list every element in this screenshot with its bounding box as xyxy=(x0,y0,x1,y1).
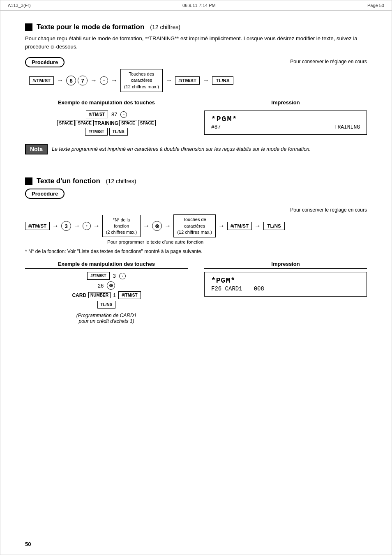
s2-arrow1 xyxy=(52,222,59,230)
section2-programmer-label: Pour programmer le texte d'une autre fon… xyxy=(107,240,367,244)
s2-ex-row4: TL/NS xyxy=(97,301,116,309)
s2-number-key: NUMBER xyxy=(88,292,111,298)
section1-intro: Pour chaque reçu établi sur le mode de f… xyxy=(25,35,367,51)
section1-title-suffix: (12 chiffres) xyxy=(150,24,180,30)
circle-dot-1: · xyxy=(100,76,108,85)
s2-circle-x: ⊗ xyxy=(152,221,162,231)
arrow3 xyxy=(111,77,118,84)
section2-steps: #/TM/ST 3 · 26 ⊗ CARD NUMBER 1 #/TM/ xyxy=(25,272,188,309)
section2-footnote: * N° de la fonction: Voir "Liste des tex… xyxy=(25,249,367,254)
key-space-1: SPACE xyxy=(57,120,75,126)
example-row-1: #/TM/ST 87 · xyxy=(86,111,127,118)
key-space-4: SPACE xyxy=(138,120,156,126)
section2-example: Exemple de manipulation des touches #/TM… xyxy=(25,261,367,324)
section2-flow: #/TM/ST 3 · *N° de lafonction(2 chiffres… xyxy=(25,214,367,237)
example-row-2: SPACE SPACE TRAINING SPACE SPACE xyxy=(57,120,156,126)
s2-ex-row1: #/TM/ST 3 · xyxy=(87,272,126,280)
section1-example-impression: Impression *PGM* #87 TRAINING xyxy=(204,99,367,135)
impression1-line1: *PGM* xyxy=(211,115,360,123)
touches-box-1: Touches descaractères(12 chiffres max.) xyxy=(120,69,163,92)
page: A113_3(Fr) 06.9.11 7:14 PM Page 50 Texte… xyxy=(0,0,392,555)
section1-example-steps: #/TM/ST 87 · SPACE SPACE TRAINING SPACE … xyxy=(25,111,188,136)
arrow5 xyxy=(203,77,209,84)
s2-dot-ex: · xyxy=(119,273,126,279)
section2-title-row: Texte d'un fonction (12 chiffres) xyxy=(25,177,367,185)
section2-title-suffix: (12 chiffres) xyxy=(106,178,136,184)
black-square-icon xyxy=(25,23,32,31)
key-tlns-ex1: TL/NS xyxy=(109,128,128,136)
main-content: Texte pour le mode de formation (12 chif… xyxy=(0,11,392,345)
s2-ex-row2: 26 ⊗ xyxy=(98,281,115,290)
nota-box: Nota Le texte programmé est imprimé en c… xyxy=(25,144,367,154)
section1-example: Exemple de manipulation des touches #/TM… xyxy=(25,99,367,136)
section2: Texte d'un fonction (12 chiffres) Procéd… xyxy=(25,177,367,324)
section2-diagram-wrapper: Pour conserver le réglage en cours #/TM/… xyxy=(25,207,367,244)
section2-example-keys: Exemple de manipulation des touches #/TM… xyxy=(25,261,188,324)
s2-key-tmst-ex: #/TM/ST xyxy=(87,272,109,280)
section1-example-title-left: Exemple de manipulation des touches xyxy=(25,99,188,107)
key-tlns-1: TL/NS xyxy=(212,76,233,85)
key-tmst-ex1: #/TM/ST xyxy=(86,111,108,118)
s2-num-1: 1 xyxy=(113,292,116,298)
s2-arrow2 xyxy=(74,222,80,230)
arrow2 xyxy=(90,77,97,84)
section2-procedure-bubble: Procédure xyxy=(25,189,65,199)
nota-text: Le texte programmé est imprimé en caract… xyxy=(52,144,311,153)
section1-title-row: Texte pour le mode de formation (12 chif… xyxy=(25,23,367,31)
key-space-2: SPACE xyxy=(76,120,94,126)
section2-example-impression: Impression *PGM* F26 CARD1 008 xyxy=(204,261,367,297)
black-square-icon-2 xyxy=(25,177,32,185)
header-center: 06.9.11 7:14 PM xyxy=(182,3,216,8)
divider xyxy=(25,167,367,167)
arrow1 xyxy=(57,77,63,84)
section2-title: Texte d'un fonction xyxy=(37,177,100,185)
circle-dot-ex1: · xyxy=(120,111,127,118)
s2-fonction-box: *N° de lafonction(2 chiffres max.) xyxy=(102,215,141,237)
section2-example-title-left: Exemple de manipulation des touches xyxy=(25,261,188,269)
s2-touches-box: Touches decaractères(12 chiffres max.) xyxy=(173,214,216,237)
s2-key-tmst: #/TM/ST xyxy=(227,222,252,230)
section1-title: Texte pour le mode de formation xyxy=(37,23,144,31)
arrow4 xyxy=(166,77,172,84)
impression1-line2: #87 TRAINING xyxy=(211,124,360,130)
key-tmst-s2: #/TM/ST xyxy=(25,222,50,230)
section1-impression-title: Impression xyxy=(204,99,367,107)
section2-impression-box: *PGM* F26 CARD1 008 xyxy=(204,272,367,297)
key-tmst-ex2: #/TM/ST xyxy=(85,128,107,136)
s2-arrow7 xyxy=(254,222,261,230)
s2-arrow4 xyxy=(143,222,150,230)
header-bar: A113_3(Fr) 06.9.11 7:14 PM Page 50 xyxy=(0,0,392,11)
training-text: TRAINING xyxy=(95,120,118,126)
section2-conserve-label: Pour conserver le réglage en cours xyxy=(290,207,367,213)
s2-ex-row3: CARD NUMBER 1 #/TM/ST xyxy=(72,291,141,299)
s2-num-26: 26 xyxy=(98,283,104,289)
s2-circle-dot: · xyxy=(83,222,91,230)
s2-imp-line2: F26 CARD1 008 xyxy=(211,286,360,292)
page-number: 50 xyxy=(25,541,31,547)
s2-imp-num: 008 xyxy=(254,286,264,292)
s2-arrow3 xyxy=(93,222,100,230)
s2-circle-3: 3 xyxy=(61,221,71,231)
impression1-right: TRAINING xyxy=(334,124,360,130)
s2-imp-card: F26 CARD1 xyxy=(211,286,242,292)
circle-8: 8 xyxy=(66,76,76,85)
s2-key-tmst-ex2: #/TM/ST xyxy=(118,291,141,299)
key-tmst-2: #/TM/ST xyxy=(175,76,200,85)
section1-diagram-area: Procédure Pour conserver le réglage en c… xyxy=(25,57,367,92)
s2-x-ex: ⊗ xyxy=(107,281,115,290)
s2-arrow5 xyxy=(164,222,171,230)
circle-7: 7 xyxy=(78,76,88,85)
impression1-left: #87 xyxy=(211,124,221,130)
section1-procedure-bubble: Procédure xyxy=(25,57,65,67)
nota-label: Nota xyxy=(25,144,48,154)
section1-flow: #/TM/ST 8 7 · Touches descaractères(12 c… xyxy=(29,69,367,92)
s2-imp-line1: *PGM* xyxy=(211,276,360,285)
example-row-3: #/TM/ST TL/NS xyxy=(85,128,127,136)
section1-impression-box: *PGM* #87 TRAINING xyxy=(204,111,367,135)
s2-key-tlns-ex: TL/NS xyxy=(97,301,116,309)
s2-num-3: 3 xyxy=(113,273,116,279)
header-right: Page 50 xyxy=(367,3,384,8)
section1-conserve-label: Pour conserver le réglage en cours xyxy=(290,57,367,64)
section2-caption: (Programmation de CARD1pour un crédit d'… xyxy=(25,313,188,324)
s2-key-tlns: TL/NS xyxy=(263,222,285,230)
